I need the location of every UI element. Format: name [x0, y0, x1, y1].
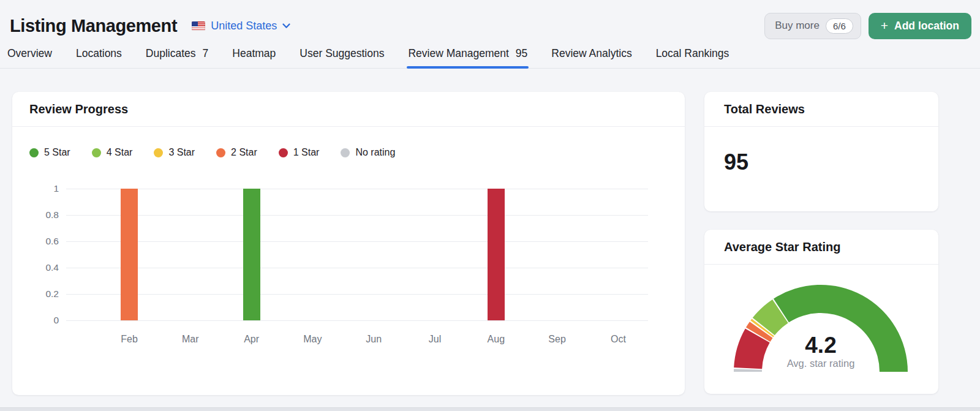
x-tick-label: May — [291, 334, 334, 345]
tab-label: Locations — [76, 47, 122, 60]
x-tick-label: Aug — [475, 334, 518, 345]
legend-label: 4 Star — [107, 147, 133, 158]
y-tick-label: 0.8 — [18, 209, 59, 221]
tab-duplicates[interactable]: Duplicates7 — [146, 47, 208, 68]
right-column: Total Reviews 95 Average Star Rating 4.2… — [704, 92, 938, 394]
bar-aug-1-star[interactable] — [488, 189, 505, 320]
tab-review-analytics[interactable]: Review Analytics — [551, 47, 631, 68]
us-flag-icon — [192, 21, 205, 31]
topbar-actions: Buy more 6/6 + Add location — [764, 13, 971, 39]
legend-dot-icon — [279, 148, 288, 157]
gauge-segment-no-rating — [734, 369, 762, 372]
tab-local-rankings[interactable]: Local Rankings — [656, 47, 729, 68]
tab-label: User Suggestions — [300, 47, 384, 60]
grid-line — [66, 241, 648, 242]
chevron-down-icon — [282, 23, 290, 29]
tab-label: Review Management — [408, 47, 508, 60]
legend-item-4-star: 4 Star — [92, 147, 133, 158]
tab-count-badge: 95 — [516, 47, 527, 60]
y-tick-label: 0.4 — [18, 262, 59, 273]
y-tick-label: 0.2 — [18, 288, 59, 300]
review-progress-chart: 00.20.40.60.81FebMarAprMayJunJulAugSepOc… — [12, 189, 685, 354]
legend-dot-icon — [341, 148, 350, 157]
x-tick-label: Jun — [352, 334, 395, 345]
listing-management-page: Listing Management United States Buy mor… — [0, 0, 980, 411]
average-star-rating-title: Average Star Rating — [704, 230, 938, 265]
review-progress-title: Review Progress — [12, 92, 685, 127]
quota-badge: 6/6 — [826, 18, 853, 34]
page-title: Listing Management — [10, 16, 177, 36]
x-tick-label: Oct — [597, 334, 639, 345]
tab-count-badge: 7 — [203, 47, 209, 60]
x-tick-label: Mar — [169, 334, 212, 345]
grid-line — [66, 189, 648, 189]
bottom-edge-strip — [0, 407, 980, 411]
plus-icon: + — [881, 19, 888, 32]
grid-line — [66, 268, 648, 268]
total-reviews-title: Total Reviews — [704, 92, 938, 127]
review-progress-card: Review Progress 5 Star4 Star3 Star2 Star… — [12, 92, 685, 395]
x-tick-label: Feb — [108, 334, 151, 345]
y-tick-label: 0.6 — [18, 236, 59, 247]
star-rating-gauge: 4.2 Avg. star rating — [704, 265, 938, 392]
legend-dot-icon — [154, 148, 163, 157]
grid-line — [66, 294, 648, 295]
buy-more-label: Buy more — [775, 20, 820, 32]
legend-item-no-rating: No rating — [341, 147, 395, 158]
tab-label: Review Analytics — [551, 47, 631, 60]
tab-label: Heatmap — [232, 47, 276, 60]
tab-overview[interactable]: Overview — [7, 47, 52, 68]
legend-item-3-star: 3 Star — [154, 147, 195, 158]
country-selector[interactable]: United States — [192, 20, 290, 32]
tab-label: Overview — [7, 47, 52, 60]
legend-dot-icon — [92, 148, 101, 157]
gauge-caption: Avg. star rating — [704, 358, 937, 369]
average-star-rating-card: Average Star Rating 4.2 Avg. star rating — [704, 230, 938, 394]
total-reviews-card: Total Reviews 95 — [704, 92, 938, 211]
grid-line — [66, 215, 648, 216]
legend-label: 2 Star — [231, 147, 257, 158]
tab-label: Duplicates — [146, 47, 196, 60]
tab-locations[interactable]: Locations — [76, 47, 122, 68]
legend-label: 1 Star — [293, 147, 320, 158]
x-tick-label: Apr — [230, 334, 273, 345]
tab-heatmap[interactable]: Heatmap — [232, 47, 276, 68]
gauge-value: 4.2 — [704, 334, 937, 356]
buy-more-button[interactable]: Buy more 6/6 — [764, 13, 861, 39]
grid-line — [66, 320, 648, 321]
legend-dot-icon — [216, 148, 225, 157]
topbar: Listing Management United States Buy mor… — [0, 0, 980, 39]
add-location-button[interactable]: + Add location — [869, 13, 971, 39]
title-row: Listing Management United States — [10, 16, 290, 36]
tab-review-management[interactable]: Review Management95 — [408, 47, 527, 68]
legend-item-1-star: 1 Star — [279, 147, 320, 158]
add-location-label: Add location — [894, 20, 959, 32]
legend-item-5-star: 5 Star — [29, 147, 70, 158]
bar-apr-5-star[interactable] — [243, 189, 260, 320]
main-content: Review Progress 5 Star4 Star3 Star2 Star… — [12, 92, 980, 395]
tab-label: Local Rankings — [656, 47, 729, 60]
y-tick-label: 1 — [18, 183, 59, 194]
x-tick-label: Jul — [413, 334, 456, 345]
plot-area — [66, 189, 648, 320]
legend-dot-icon — [29, 148, 39, 157]
bar-feb-2-star[interactable] — [121, 189, 138, 320]
legend-label: 5 Star — [44, 147, 70, 158]
legend-label: 3 Star — [168, 147, 195, 158]
tab-bar: OverviewLocationsDuplicates7HeatmapUser … — [0, 39, 980, 69]
legend-label: No rating — [355, 147, 395, 158]
legend-item-2-star: 2 Star — [216, 147, 257, 158]
chart-legend: 5 Star4 Star3 Star2 Star1 StarNo rating — [29, 147, 668, 158]
total-reviews-value: 95 — [704, 127, 938, 173]
x-tick-label: Sep — [536, 334, 579, 345]
country-label: United States — [211, 20, 277, 32]
tab-user-suggestions[interactable]: User Suggestions — [300, 47, 384, 68]
y-tick-label: 0 — [18, 315, 59, 326]
